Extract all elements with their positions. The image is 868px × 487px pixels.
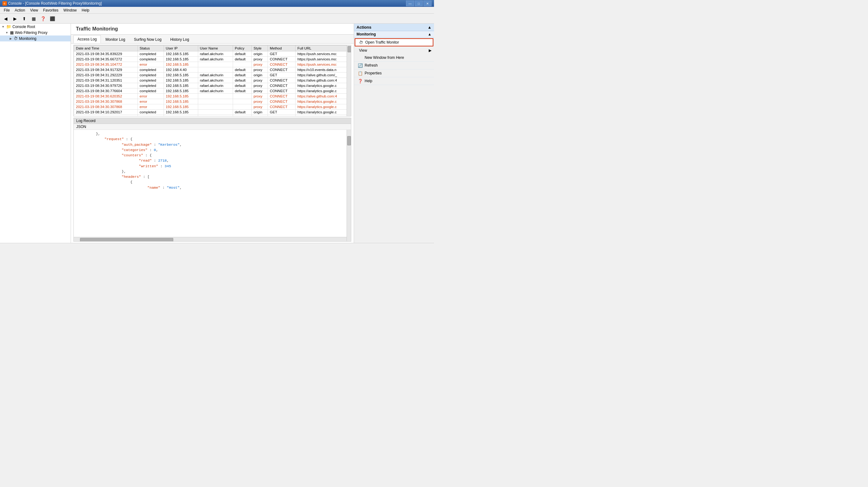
table-row[interactable]: 2021-03-19 08:34:35.667272completed192.1… xyxy=(74,57,351,62)
col-datetime: Date and Time xyxy=(74,46,138,51)
col-method: Method xyxy=(268,46,296,51)
json-scrollbar-thumb-h[interactable] xyxy=(80,238,173,241)
actions-section-monitoring: Monitoring ▲ xyxy=(354,31,434,38)
title-bar-buttons: — □ ✕ xyxy=(406,1,432,6)
back-button[interactable]: ◀ xyxy=(1,15,10,23)
console-root-icon: 📁 xyxy=(6,24,11,29)
monitoring-icon: ⏱ xyxy=(14,36,18,41)
status-bar xyxy=(0,243,434,244)
menu-favorites[interactable]: Favorites xyxy=(41,7,61,13)
title-bar-left: C Console - [Console Root\Web Filtering … xyxy=(2,1,102,6)
table-row[interactable]: 2021-03-19 08:34:30.307868error192.168.5… xyxy=(74,104,351,110)
help-icon: ❓ xyxy=(358,79,363,83)
json-label: JSON xyxy=(74,124,351,130)
help-toolbar-button[interactable]: ❓ xyxy=(38,15,47,23)
table-row[interactable]: 2021-03-19 08:34:10.292017completed192.1… xyxy=(74,110,351,115)
tree-item-console-root[interactable]: ▼ 📁 Console Root xyxy=(0,24,71,30)
actions-collapse-icon[interactable]: ▲ xyxy=(428,25,432,30)
forward-button[interactable]: ▶ xyxy=(10,15,19,23)
menu-help[interactable]: Help xyxy=(79,7,92,13)
action-view[interactable]: View ▶ xyxy=(354,47,434,54)
table-row[interactable]: 2021-03-19 08:34:09.200100error192.168.4… xyxy=(74,115,351,117)
table-row[interactable]: 2021-03-19 08:34:31.120351completed192.1… xyxy=(74,78,351,83)
close-button[interactable]: ✕ xyxy=(424,1,432,6)
tabs-bar: Access Log Monitor Log Surfing Now Log H… xyxy=(71,34,354,44)
table-row[interactable]: 2021-03-19 08:34:35.839229completed192.1… xyxy=(74,51,351,57)
expand-console-root[interactable]: ▼ xyxy=(1,25,5,29)
toolbar: ◀ ▶ ⬆ ▦ ❓ ⬛ xyxy=(0,14,434,24)
new-window-icon xyxy=(358,55,363,60)
menu-view[interactable]: View xyxy=(28,7,41,13)
traffic-title: Traffic Monitoring xyxy=(76,26,349,32)
properties-icon: 📋 xyxy=(358,71,363,76)
table-row[interactable]: 2021-03-19 08:34:34.917329completed192.1… xyxy=(74,67,351,73)
json-scrollbar-h[interactable] xyxy=(74,237,347,241)
table-row[interactable]: 2021-03-19 08:34:31.292229completed192.1… xyxy=(74,73,351,78)
monitoring-label: Monitoring xyxy=(19,36,36,41)
expand-monitoring[interactable]: ▶ xyxy=(9,37,12,40)
table-row[interactable]: 2021-03-19 08:34:35.104772error192.168.5… xyxy=(74,62,351,67)
table-scrollbar[interactable] xyxy=(347,45,351,116)
action-refresh[interactable]: 🔄 Refresh xyxy=(354,62,434,69)
col-url: Full URL xyxy=(295,46,351,51)
col-style: Style xyxy=(252,46,268,51)
title-bar-text: Console - [Console Root\Web Filtering Pr… xyxy=(8,1,102,6)
table-row[interactable]: 2021-03-19 08:34:30.979726completed192.1… xyxy=(74,83,351,88)
action-view-label: View xyxy=(359,48,367,53)
action-new-window-label: New Window from Here xyxy=(365,55,404,60)
up-button[interactable]: ⬆ xyxy=(20,15,29,23)
json-content[interactable]: }, "request" : { "auth_package" : "Kerbe… xyxy=(74,130,351,241)
log-record: Log Record JSON }, "request" : { "auth_p… xyxy=(73,118,351,241)
table-row[interactable]: 2021-03-19 08:34:30.620352error192.168.5… xyxy=(74,94,351,99)
col-userip: User IP xyxy=(164,46,198,51)
action-help-label: Help xyxy=(365,79,372,83)
action-open-traffic-monitor[interactable]: ⏱ Open Traffic Monitor xyxy=(355,38,433,47)
menu-action[interactable]: Action xyxy=(12,7,27,13)
console-root-label: Console Root xyxy=(12,25,35,29)
log-record-header: Log Record xyxy=(74,118,351,124)
action-properties[interactable]: 📋 Properties xyxy=(354,69,434,77)
maximize-button[interactable]: □ xyxy=(415,1,423,6)
action-properties-label: Properties xyxy=(365,71,382,75)
minimize-button[interactable]: — xyxy=(406,1,414,6)
web-filtering-label: Web Filtering Proxy xyxy=(15,30,47,35)
actions-title: Actions xyxy=(356,25,371,30)
tab-history-log[interactable]: History Log xyxy=(166,35,193,43)
table-row[interactable]: 2021-03-19 08:34:30.307868error192.168.5… xyxy=(74,99,351,104)
actions-section-icon: ▲ xyxy=(428,32,432,36)
col-username: User Name xyxy=(198,46,233,51)
col-policy: Policy xyxy=(233,46,251,51)
actions-header: Actions ▲ xyxy=(354,24,434,31)
tree-item-web-filtering[interactable]: ▼ ▦ Web Filtering Proxy xyxy=(0,30,71,35)
extra-button[interactable]: ⬛ xyxy=(48,15,57,23)
web-filtering-icon: ▦ xyxy=(10,30,14,35)
json-scrollbar-thumb-v[interactable] xyxy=(347,136,351,145)
action-help[interactable]: ❓ Help xyxy=(354,77,434,85)
app-icon: C xyxy=(2,1,7,6)
json-scrollbar-v[interactable] xyxy=(347,130,351,241)
tree-item-monitoring[interactable]: ▶ ⏱ Monitoring xyxy=(0,35,71,41)
title-bar: C Console - [Console Root\Web Filtering … xyxy=(0,0,434,7)
table-row[interactable]: 2021-03-19 08:34:30.776604completed192.1… xyxy=(74,88,351,94)
menu-bar: File Action View Favorites Window Help xyxy=(0,7,434,14)
log-table: Date and Time Status User IP User Name P… xyxy=(74,45,351,116)
right-panel: Actions ▲ Monitoring ▲ ⏱ Open Traffic Mo… xyxy=(354,24,434,243)
content-area: Traffic Monitoring Access Log Monitor Lo… xyxy=(71,24,354,243)
log-record-title: Log Record xyxy=(76,119,95,123)
expand-web-filtering[interactable]: ▼ xyxy=(5,31,9,34)
action-view-arrow: ▶ xyxy=(429,48,432,53)
table-scrollbar-thumb[interactable] xyxy=(347,46,351,52)
left-panel: ▼ 📁 Console Root ▼ ▦ Web Filtering Proxy… xyxy=(0,24,71,243)
tab-surfing-now[interactable]: Surfing Now Log xyxy=(130,35,165,43)
tab-access-log[interactable]: Access Log xyxy=(73,35,101,43)
action-open-traffic-label: Open Traffic Monitor xyxy=(365,40,399,45)
log-table-container: Date and Time Status User IP User Name P… xyxy=(73,45,351,116)
actions-section-label: Monitoring xyxy=(356,32,376,36)
menu-file[interactable]: File xyxy=(1,7,12,13)
refresh-icon: 🔄 xyxy=(358,63,363,68)
col-status: Status xyxy=(137,46,164,51)
menu-window[interactable]: Window xyxy=(61,7,79,13)
action-new-window[interactable]: New Window from Here xyxy=(354,54,434,62)
show-hide-button[interactable]: ▦ xyxy=(29,15,38,23)
tab-monitor-log[interactable]: Monitor Log xyxy=(101,35,129,43)
